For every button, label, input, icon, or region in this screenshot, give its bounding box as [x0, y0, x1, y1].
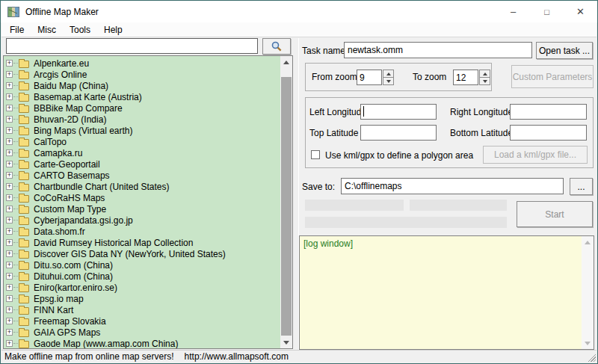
- expand-icon[interactable]: +: [6, 93, 13, 100]
- expand-icon[interactable]: +: [6, 239, 13, 246]
- from-zoom-input[interactable]: [357, 70, 382, 85]
- tree-connector: [13, 85, 18, 86]
- kml-polygon-checkbox[interactable]: [311, 150, 320, 159]
- tree-item[interactable]: +Alpenkarte.eu: [4, 58, 280, 69]
- expand-icon[interactable]: +: [6, 306, 13, 313]
- tree-item[interactable]: +Bing Maps (Virtual earth): [4, 125, 280, 136]
- load-kml-button[interactable]: Load a kml/gpx file...: [483, 146, 588, 164]
- folder-icon: [19, 285, 29, 292]
- save-path-input[interactable]: [341, 178, 564, 194]
- expand-icon[interactable]: +: [6, 105, 13, 111]
- to-zoom-down-icon[interactable]: [479, 78, 490, 85]
- custom-parameters-button[interactable]: Custom Parameters: [511, 65, 594, 88]
- minimize-button[interactable]: –: [496, 1, 530, 22]
- tree-item[interactable]: +Baidu Map (China): [4, 80, 280, 91]
- tree-item-label: Cyberjapandata.gsi.go.jp: [34, 215, 133, 226]
- open-task-button[interactable]: Open task ...: [536, 42, 593, 59]
- start-button[interactable]: Start: [517, 201, 593, 227]
- task-name-input[interactable]: [344, 42, 532, 58]
- tree-item[interactable]: +Discover GIS Data NY (NewYork, United S…: [4, 248, 280, 259]
- expand-icon[interactable]: +: [6, 340, 13, 347]
- tree-item-label: Basemap.at Karte (Austria): [34, 92, 142, 102]
- tree-scrollbar[interactable]: [280, 56, 292, 348]
- expand-icon[interactable]: +: [6, 82, 13, 89]
- expand-icon[interactable]: +: [6, 329, 13, 336]
- browse-button[interactable]: ...: [570, 178, 593, 195]
- app-icon: [7, 6, 19, 18]
- tree-item[interactable]: +Data.shom.fr: [4, 226, 280, 237]
- tree-connector: [13, 63, 18, 64]
- tree-connector: [13, 309, 18, 310]
- expand-icon[interactable]: +: [6, 161, 13, 167]
- folder-icon: [19, 128, 29, 135]
- expand-icon[interactable]: +: [6, 318, 13, 324]
- tree-scrollbar-thumb[interactable]: [281, 77, 292, 336]
- expand-icon[interactable]: +: [6, 284, 13, 291]
- expand-icon[interactable]: +: [6, 228, 13, 235]
- folder-icon: [19, 307, 29, 315]
- to-zoom-up-icon[interactable]: [479, 70, 490, 78]
- left-longitude-input[interactable]: [360, 104, 437, 120]
- expand-icon[interactable]: +: [6, 206, 13, 212]
- from-zoom-down-icon[interactable]: [383, 78, 394, 85]
- log-window: [log window]: [299, 235, 594, 350]
- expand-icon[interactable]: +: [6, 60, 13, 67]
- content-area: +Alpenkarte.eu+Arcgis Online+Baidu Map (…: [1, 38, 597, 350]
- folder-icon: [19, 330, 29, 337]
- expand-icon[interactable]: +: [6, 217, 13, 223]
- search-button[interactable]: [262, 38, 291, 55]
- expand-icon[interactable]: +: [6, 273, 13, 280]
- tree-item[interactable]: +Eniro(kartor.eniro.se): [4, 282, 280, 293]
- scroll-down-icon[interactable]: [280, 336, 292, 348]
- close-button[interactable]: ✕: [564, 1, 597, 22]
- tree-item[interactable]: +Freemap Slovakia: [4, 315, 280, 327]
- expand-icon[interactable]: +: [6, 127, 13, 134]
- expand-icon[interactable]: +: [6, 194, 13, 201]
- expand-icon[interactable]: +: [6, 138, 13, 145]
- scroll-up-icon[interactable]: [280, 56, 292, 68]
- to-zoom-label: To zoom: [413, 72, 446, 82]
- tree-item[interactable]: +CARTO Basemaps: [4, 170, 280, 181]
- tree-item[interactable]: +David Rumsey Historical Map Collection: [4, 237, 280, 248]
- tree-item[interactable]: +FINN Kart: [4, 304, 280, 315]
- tree-item[interactable]: +Epsg.io map: [4, 293, 280, 304]
- tree-item[interactable]: +Basemap.at Karte (Austria): [4, 91, 280, 102]
- tree-item[interactable]: +Cyberjapandata.gsi.go.jp: [4, 215, 280, 226]
- to-zoom-input[interactable]: [453, 70, 478, 85]
- menu-item-help[interactable]: Help: [97, 23, 129, 37]
- log-scroll-down-icon[interactable]: [582, 337, 594, 349]
- tree-item[interactable]: +Camapka.ru: [4, 147, 280, 158]
- log-scroll-up-icon[interactable]: [582, 236, 594, 248]
- right-longitude-input[interactable]: [510, 104, 587, 120]
- log-scrollbar[interactable]: [582, 236, 594, 349]
- expand-icon[interactable]: +: [6, 295, 13, 302]
- maximize-button[interactable]: □: [530, 1, 564, 22]
- expand-icon[interactable]: +: [6, 149, 13, 156]
- tree-item[interactable]: +CalTopo: [4, 136, 280, 147]
- tree-item[interactable]: +Ditu.so.com (China): [4, 259, 280, 271]
- resize-grip-icon[interactable]: [586, 352, 596, 362]
- tree-item[interactable]: +Custom Map Type: [4, 203, 280, 215]
- menu-item-misc[interactable]: Misc: [31, 23, 63, 37]
- tree-item[interactable]: +Chartbundle Chart (United States): [4, 181, 280, 192]
- tree-item[interactable]: +Carte-Geoportail: [4, 158, 280, 170]
- expand-icon[interactable]: +: [6, 250, 13, 257]
- tree-item[interactable]: +Dituhui.com (China): [4, 271, 280, 282]
- tree-item[interactable]: +BBBike Map Compare: [4, 102, 280, 114]
- top-latitude-input[interactable]: [360, 125, 437, 141]
- bottom-latitude-input[interactable]: [510, 125, 587, 141]
- expand-icon[interactable]: +: [6, 183, 13, 190]
- menu-item-tools[interactable]: Tools: [63, 23, 97, 37]
- expand-icon[interactable]: +: [6, 172, 13, 179]
- tree-item[interactable]: +Gaode Map (www.amap.com China): [4, 338, 280, 349]
- expand-icon[interactable]: +: [6, 262, 13, 268]
- tree-item[interactable]: +GAIA GPS Maps: [4, 327, 280, 338]
- from-zoom-up-icon[interactable]: [383, 70, 394, 78]
- tree-item[interactable]: +Bhuvan-2D (India): [4, 114, 280, 125]
- expand-icon[interactable]: +: [6, 71, 13, 78]
- tree-item[interactable]: +Arcgis Online: [4, 69, 280, 80]
- menu-item-file[interactable]: File: [3, 23, 31, 37]
- search-input[interactable]: [6, 38, 258, 54]
- tree-item[interactable]: +CoCoRaHS Maps: [4, 192, 280, 203]
- expand-icon[interactable]: +: [6, 116, 13, 123]
